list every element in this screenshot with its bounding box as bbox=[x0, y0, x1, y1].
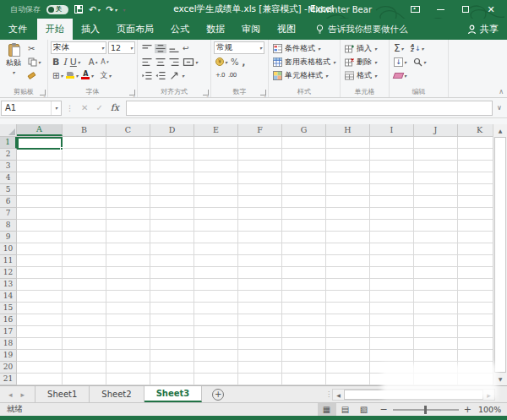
close-button[interactable]: ✕ bbox=[478, 4, 504, 15]
align-right-icon[interactable] bbox=[168, 57, 180, 67]
cell-A9[interactable] bbox=[17, 232, 63, 243]
fill-color-button[interactable]: ▾ bbox=[64, 68, 79, 82]
cell-B5[interactable] bbox=[63, 184, 106, 196]
column-header-j[interactable]: J bbox=[414, 124, 458, 136]
row-header-7[interactable]: 7 bbox=[0, 208, 17, 220]
cell-C12[interactable] bbox=[106, 267, 150, 279]
cell-A18[interactable] bbox=[17, 338, 63, 350]
cell-J17[interactable] bbox=[414, 326, 458, 338]
cell-G7[interactable] bbox=[282, 208, 326, 220]
cell-H8[interactable] bbox=[326, 220, 370, 232]
cell-I16[interactable] bbox=[370, 314, 414, 326]
bold-button[interactable]: B bbox=[51, 55, 61, 68]
cell-K3[interactable] bbox=[458, 161, 493, 172]
conditional-formatting-dropdown-icon[interactable]: ▾ bbox=[318, 46, 320, 52]
cell-K9[interactable] bbox=[458, 232, 493, 243]
cell-D17[interactable] bbox=[150, 326, 194, 338]
cell-H18[interactable] bbox=[326, 338, 370, 350]
formula-input[interactable] bbox=[126, 101, 493, 116]
cell-G2[interactable] bbox=[282, 149, 326, 161]
format-cells-button[interactable]: 格式 ▾ bbox=[343, 68, 387, 82]
cell-B18[interactable] bbox=[63, 338, 106, 350]
redo-button[interactable]: ↷ ▾ bbox=[106, 4, 117, 15]
alignment-dialog-launcher[interactable] bbox=[203, 90, 209, 95]
phonetic-dropdown-icon[interactable]: ▾ bbox=[108, 73, 111, 79]
cell-H1[interactable] bbox=[326, 137, 370, 149]
cell-K12[interactable] bbox=[458, 267, 493, 279]
row-header-19[interactable]: 19 bbox=[0, 350, 17, 362]
cell-C16[interactable] bbox=[106, 314, 150, 326]
cell-A8[interactable] bbox=[17, 220, 63, 232]
cell-A16[interactable] bbox=[17, 314, 63, 326]
cell-C17[interactable] bbox=[106, 326, 150, 338]
cell-C5[interactable] bbox=[106, 184, 150, 196]
row-header-16[interactable]: 16 bbox=[0, 314, 17, 326]
font-size-select[interactable]: 12 ▾ bbox=[108, 41, 135, 54]
cell-A7[interactable] bbox=[17, 208, 63, 220]
cell-H7[interactable] bbox=[326, 208, 370, 220]
cut-button[interactable]: ✂ bbox=[26, 41, 42, 55]
cell-E21[interactable] bbox=[194, 374, 238, 385]
cell-B16[interactable] bbox=[63, 314, 106, 326]
cell-I2[interactable] bbox=[370, 149, 414, 161]
column-header-d[interactable]: D bbox=[150, 124, 194, 136]
cell-H14[interactable] bbox=[326, 291, 370, 303]
cell-I12[interactable] bbox=[370, 267, 414, 279]
cell-G13[interactable] bbox=[282, 279, 326, 291]
cell-E1[interactable] bbox=[194, 137, 238, 149]
cell-D12[interactable] bbox=[150, 267, 194, 279]
cell-A14[interactable] bbox=[17, 291, 63, 303]
align-middle-icon[interactable] bbox=[155, 44, 166, 53]
minimize-button[interactable] bbox=[428, 4, 453, 15]
cell-B3[interactable] bbox=[63, 161, 106, 172]
cell-J8[interactable] bbox=[414, 220, 458, 232]
collapse-ribbon-icon[interactable]: ∧ bbox=[499, 88, 504, 95]
tab-review[interactable]: 审阅 bbox=[233, 19, 269, 40]
font-family-dropdown-icon[interactable]: ▾ bbox=[101, 45, 104, 51]
cell-K5[interactable] bbox=[458, 184, 493, 196]
wrap-text-button[interactable]: ↩ bbox=[181, 41, 191, 55]
tab-page-layout[interactable]: 页面布局 bbox=[108, 19, 162, 40]
cell-H20[interactable] bbox=[326, 362, 370, 374]
cell-J5[interactable] bbox=[414, 184, 458, 196]
cell-E3[interactable] bbox=[194, 161, 238, 172]
cell-I6[interactable] bbox=[370, 196, 414, 208]
italic-button[interactable]: I bbox=[61, 55, 68, 68]
row-header-6[interactable]: 6 bbox=[0, 196, 17, 208]
cell-C13[interactable] bbox=[106, 279, 150, 291]
cell-J16[interactable] bbox=[414, 314, 458, 326]
cell-F10[interactable] bbox=[238, 243, 282, 255]
insert-cells-button[interactable]: 插入 ▾ bbox=[343, 41, 387, 55]
cell-C14[interactable] bbox=[106, 291, 150, 303]
cell-J9[interactable] bbox=[414, 232, 458, 243]
cell-E10[interactable] bbox=[194, 243, 238, 255]
cell-D14[interactable] bbox=[150, 291, 194, 303]
cell-B1[interactable] bbox=[63, 137, 106, 149]
cell-K11[interactable] bbox=[458, 255, 493, 267]
cell-E16[interactable] bbox=[194, 314, 238, 326]
cell-I17[interactable] bbox=[370, 326, 414, 338]
cell-D4[interactable] bbox=[150, 172, 194, 184]
cell-D5[interactable] bbox=[150, 184, 194, 196]
page-layout-view-icon[interactable]: ▤ bbox=[336, 403, 355, 416]
cell-A3[interactable] bbox=[17, 161, 63, 172]
merge-dropdown-icon[interactable]: ▾ bbox=[195, 59, 198, 65]
cell-B8[interactable] bbox=[63, 220, 106, 232]
cell-J11[interactable] bbox=[414, 255, 458, 267]
cell-styles-button[interactable]: 单元格样式 ▾ bbox=[271, 68, 338, 82]
align-left-icon[interactable] bbox=[141, 57, 153, 67]
cell-C9[interactable] bbox=[106, 232, 150, 243]
cell-D15[interactable] bbox=[150, 303, 194, 314]
cell-D7[interactable] bbox=[150, 208, 194, 220]
fill-color-dropdown-icon[interactable]: ▾ bbox=[75, 73, 78, 79]
find-dropdown-icon[interactable]: ▾ bbox=[423, 59, 426, 65]
paste-button[interactable]: 粘贴 ▾ bbox=[3, 41, 25, 82]
cell-J13[interactable] bbox=[414, 279, 458, 291]
cell-E19[interactable] bbox=[194, 350, 238, 362]
fill-dropdown-icon[interactable]: ▾ bbox=[404, 59, 406, 65]
cell-E17[interactable] bbox=[194, 326, 238, 338]
cell-K8[interactable] bbox=[458, 220, 493, 232]
increase-indent-icon[interactable] bbox=[155, 71, 166, 80]
cell-C1[interactable] bbox=[106, 137, 150, 149]
phonetic-guide-button[interactable]: 文 ▾ bbox=[98, 68, 112, 82]
